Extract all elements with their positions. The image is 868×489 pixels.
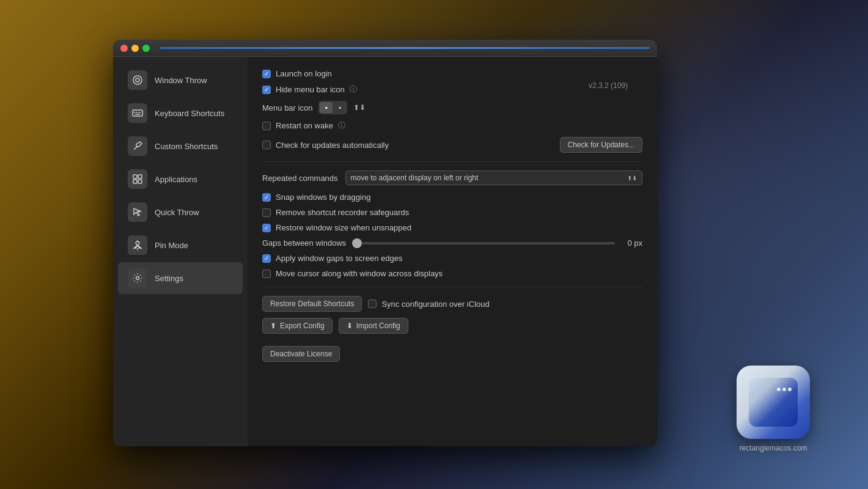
- repeated-commands-row: Repeated commands move to adjacent displ…: [262, 171, 642, 185]
- restore-defaults-button[interactable]: Restore Default Shortcuts: [262, 296, 362, 312]
- snap-windows-checkbox[interactable]: [262, 193, 271, 202]
- repeated-commands-label: Repeated commands: [262, 174, 338, 183]
- svg-rect-11: [133, 180, 137, 183]
- menu-bar-icon-row: Menu bar icon ▪ ▪ ⬆⬇: [262, 101, 642, 114]
- restore-window-size-row: Restore window size when unsnapped: [262, 223, 642, 232]
- divider-1: [262, 161, 642, 162]
- sidebar-item-keyboard-shortcuts[interactable]: Keyboard Shortcuts: [118, 97, 243, 129]
- sidebar-item-pin-mode[interactable]: Pin Mode: [118, 229, 243, 261]
- check-for-updates-button[interactable]: Check for Updates...: [560, 137, 642, 153]
- seg-arrows[interactable]: ⬆⬇: [353, 103, 366, 112]
- close-button[interactable]: [120, 45, 128, 52]
- remove-safeguards-label: Remove shortcut recorder safeguards: [276, 208, 409, 217]
- apply-gaps-label: Apply window gaps to screen edges: [276, 254, 402, 263]
- sidebar-item-window-throw[interactable]: Window Throw: [118, 64, 243, 96]
- app-window: Window Throw Keyboard Shortcuts: [113, 40, 657, 446]
- launch-on-login-label: Launch on login: [276, 69, 332, 78]
- app-website-label: rectanglemacos.com: [740, 444, 807, 452]
- sidebar: Window Throw Keyboard Shortcuts: [113, 57, 248, 446]
- deactivate-license-button[interactable]: Deactivate License: [262, 346, 340, 362]
- check-updates-checkbox[interactable]: [262, 141, 271, 149]
- check-updates-wrapper: Check for updates automatically: [262, 141, 389, 150]
- app-icon-container: rectanglemacos.com: [737, 366, 810, 452]
- export-import-row: ⬆ Export Config ⬇ Import Config: [262, 318, 642, 334]
- move-cursor-row: Move cursor along with window across dis…: [262, 269, 642, 278]
- settings-content: v2.3.2 (109) Launch on login Hide menu b…: [262, 69, 642, 362]
- svg-point-1: [136, 78, 139, 82]
- restart-on-wake-info-icon[interactable]: ⓘ: [338, 120, 345, 131]
- restart-on-wake-label: Restart on wake: [276, 121, 333, 130]
- remove-safeguards-row: Remove shortcut recorder safeguards: [262, 208, 642, 217]
- wrench-icon: [128, 136, 147, 156]
- repeated-commands-dropdown[interactable]: move to adjacent display on left or righ…: [345, 171, 642, 185]
- svg-rect-10: [138, 175, 142, 178]
- import-config-button[interactable]: ⬇ Import Config: [339, 318, 408, 334]
- move-cursor-label: Move cursor along with window across dis…: [276, 269, 443, 278]
- launch-on-login-row: Launch on login: [262, 69, 642, 78]
- seg-btn-light[interactable]: ▪: [320, 102, 332, 113]
- sidebar-item-settings[interactable]: Settings: [118, 262, 243, 294]
- export-icon: ⬆: [270, 322, 276, 330]
- check-updates-label: Check for updates automatically: [276, 141, 389, 150]
- keyboard-icon: [128, 103, 147, 123]
- gaps-slider-track[interactable]: [352, 242, 615, 244]
- restart-on-wake-row: Restart on wake ⓘ: [262, 120, 642, 131]
- sidebar-label-keyboard-shortcuts: Keyboard Shortcuts: [155, 109, 224, 118]
- restart-on-wake-checkbox[interactable]: [262, 122, 271, 130]
- snap-windows-label: Snap windows by dragging: [276, 193, 370, 202]
- export-config-button[interactable]: ⬆ Export Config: [262, 318, 333, 334]
- minimize-button[interactable]: [131, 45, 139, 52]
- app-icon-dot-1: [777, 388, 781, 391]
- menu-bar-icon-label: Menu bar icon: [262, 103, 312, 112]
- hide-menu-bar-row: Hide menu bar icon ⓘ: [262, 84, 642, 95]
- sync-icloud-label: Sync configuration over iCloud: [381, 300, 489, 309]
- gaps-label: Gaps between windows: [262, 238, 346, 248]
- svg-rect-12: [138, 180, 142, 183]
- app-icon-dots: [777, 388, 792, 391]
- export-config-label: Export Config: [280, 322, 325, 330]
- restore-window-size-checkbox[interactable]: [262, 224, 271, 232]
- maximize-button[interactable]: [142, 45, 150, 52]
- hide-menu-bar-label: Hide menu bar icon: [276, 85, 345, 94]
- circle-icon: [128, 70, 147, 90]
- menu-bar-icon-segmented: ▪ ▪: [318, 101, 347, 114]
- hide-menu-bar-info-icon[interactable]: ⓘ: [350, 84, 357, 95]
- sidebar-label-quick-throw: Quick Throw: [155, 208, 199, 217]
- sidebar-label-window-throw: Window Throw: [155, 76, 207, 85]
- icloud-row: Sync configuration over iCloud: [368, 300, 489, 309]
- sidebar-item-applications[interactable]: Applications: [118, 163, 243, 195]
- sidebar-label-custom-shortcuts: Custom Shortcuts: [155, 142, 218, 151]
- remove-safeguards-checkbox[interactable]: [262, 208, 271, 217]
- sidebar-item-quick-throw[interactable]: Quick Throw: [118, 196, 243, 228]
- main-panel: v2.3.2 (109) Launch on login Hide menu b…: [248, 57, 657, 446]
- apply-gaps-row: Apply window gaps to screen edges: [262, 254, 642, 263]
- gaps-value: 0 px: [621, 238, 642, 248]
- gaps-slider-thumb[interactable]: [352, 238, 362, 248]
- seg-btn-dark[interactable]: ▪: [334, 102, 346, 113]
- import-icon: ⬇: [347, 322, 353, 330]
- sidebar-label-settings: Settings: [155, 274, 183, 283]
- hide-menu-bar-checkbox[interactable]: [262, 86, 271, 94]
- restore-window-size-label: Restore window size when unsnapped: [276, 223, 411, 232]
- move-cursor-checkbox[interactable]: [262, 270, 271, 278]
- sidebar-label-applications: Applications: [155, 175, 197, 184]
- import-config-label: Import Config: [356, 322, 400, 330]
- titlebar: [113, 40, 657, 57]
- deactivate-row: Deactivate License: [262, 346, 642, 362]
- svg-rect-9: [133, 175, 137, 178]
- repeated-commands-value: move to adjacent display on left or righ…: [351, 174, 479, 182]
- bottom-buttons-row: Restore Default Shortcuts Sync configura…: [262, 296, 642, 312]
- dropdown-arrow-icon: ⬆⬇: [627, 175, 637, 182]
- divider-2: [262, 287, 642, 287]
- check-updates-row: Check for updates automatically Check fo…: [262, 137, 642, 153]
- version-label: v2.3.2 (109): [589, 81, 628, 90]
- sidebar-item-custom-shortcuts[interactable]: Custom Shortcuts: [118, 130, 243, 162]
- launch-on-login-checkbox[interactable]: [262, 70, 271, 78]
- gear-icon: [128, 268, 147, 288]
- apply-gaps-checkbox[interactable]: [262, 254, 271, 263]
- traffic-lights: [120, 45, 150, 52]
- content-area: Window Throw Keyboard Shortcuts: [113, 57, 657, 446]
- snap-windows-row: Snap windows by dragging: [262, 193, 642, 202]
- sync-icloud-checkbox[interactable]: [368, 300, 377, 308]
- cursor-icon: [128, 202, 147, 222]
